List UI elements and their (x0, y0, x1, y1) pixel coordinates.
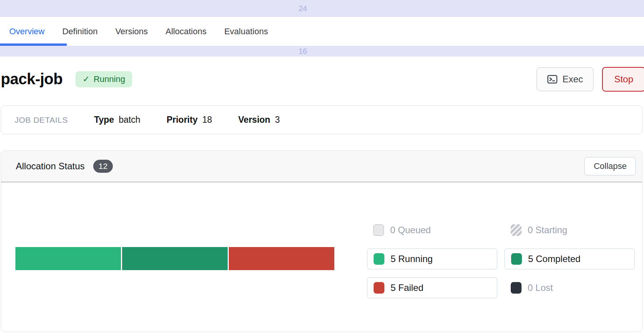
job-detail-type-label: Type (94, 115, 114, 125)
exec-button-label: Exec (562, 74, 583, 85)
page-title: pack-job (1, 70, 62, 88)
legend-running-text: 5 Running (391, 254, 433, 264)
job-details-panel: JOB DETAILS Type batch Priority 18 Versi… (1, 105, 642, 134)
starting-swatch-icon (511, 224, 522, 236)
bar-segment-completed[interactable] (122, 247, 228, 270)
allocation-status-header: Allocation Status 12 Collapse (1, 151, 642, 182)
bar-segment-failed[interactable] (229, 247, 334, 270)
job-detail-type-value: batch (119, 115, 140, 125)
legend-item-running[interactable]: 5 Running (367, 249, 497, 269)
legend-lost-text: 0 Lost (528, 282, 553, 293)
tab-evaluations[interactable]: Evaluations (224, 27, 268, 37)
allocation-status-title: Allocation Status (16, 161, 85, 172)
job-detail-version: Version 3 (238, 115, 280, 125)
page-header: pack-job ✓ Running Exec Stop (0, 57, 644, 105)
job-details-heading: JOB DETAILS (15, 115, 68, 125)
exec-button[interactable]: Exec (537, 67, 593, 91)
allocation-count-badge: 12 (93, 160, 113, 173)
allocation-legend: 0 Queued 0 Starting 5 Running 5 Complete… (367, 220, 635, 298)
allocation-bar[interactable] (15, 247, 334, 270)
tab-allocations[interactable]: Allocations (166, 27, 206, 37)
legend-failed-text: 5 Failed (391, 282, 423, 293)
job-detail-priority: Priority 18 (166, 115, 212, 125)
legend-starting-text: 0 Starting (528, 225, 567, 235)
legend-item-starting: 0 Starting (505, 220, 635, 240)
job-detail-version-label: Version (238, 115, 270, 125)
job-detail-type: Type batch (94, 115, 140, 125)
legend-item-queued: 0 Queued (367, 220, 497, 240)
tab-versions[interactable]: Versions (115, 27, 148, 37)
running-swatch-icon (374, 253, 384, 265)
legend-completed-text: 5 Completed (528, 254, 580, 264)
job-detail-priority-label: Priority (166, 115, 198, 125)
stop-button-label: Stop (614, 74, 633, 85)
allocation-status-panel: Allocation Status 12 Collapse 0 Queued 0… (1, 150, 642, 332)
check-icon: ✓ (82, 74, 89, 84)
terminal-icon (547, 74, 558, 85)
tab-overview[interactable]: Overview (9, 27, 45, 37)
failed-swatch-icon (374, 282, 384, 294)
job-tabbar: Overview Definition Versions Allocations… (0, 17, 644, 46)
completed-swatch-icon (511, 253, 522, 265)
collapse-button-label: Collapse (594, 161, 627, 171)
bar-segment-running[interactable] (15, 247, 121, 270)
lost-swatch-icon (511, 282, 522, 294)
queued-swatch-icon (373, 224, 384, 236)
legend-item-completed[interactable]: 5 Completed (505, 249, 635, 269)
legend-item-failed[interactable]: 5 Failed (367, 277, 497, 298)
legend-item-lost: 0 Lost (505, 277, 635, 298)
top-band-value: 24 (299, 4, 307, 13)
status-badge: ✓ Running (75, 71, 132, 87)
middle-measure-band: 16 (0, 46, 644, 57)
header-actions: Exec Stop (537, 67, 644, 92)
status-badge-label: Running (94, 74, 125, 84)
middle-band-value: 16 (299, 47, 307, 56)
tab-definition[interactable]: Definition (62, 27, 98, 37)
top-measure-band: 24 (0, 0, 644, 17)
legend-queued-text: 0 Queued (390, 225, 431, 235)
job-detail-version-value: 3 (275, 115, 280, 125)
stop-button[interactable]: Stop (602, 67, 644, 92)
collapse-button[interactable]: Collapse (584, 157, 636, 175)
job-detail-priority-value: 18 (202, 115, 212, 125)
allocation-chart-body: 0 Queued 0 Starting 5 Running 5 Complete… (1, 182, 642, 331)
